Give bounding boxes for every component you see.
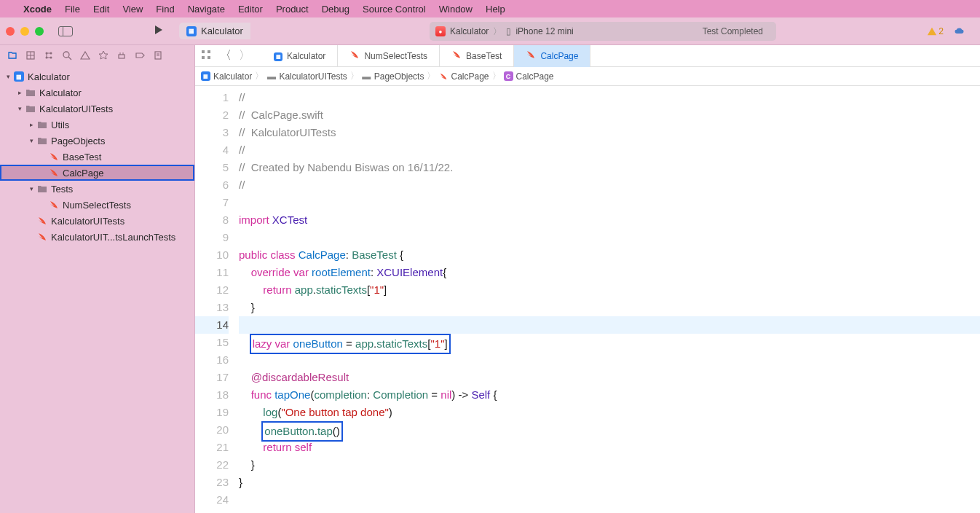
source-control-navigator-icon[interactable] — [25, 50, 36, 60]
minimize-window-button[interactable] — [20, 27, 29, 36]
warning-count: 2 — [938, 26, 944, 36]
menu-navigate[interactable]: Navigate — [188, 4, 225, 15]
tree-item-kalculatoruitests[interactable]: KalculatorUITests — [0, 213, 194, 229]
editor-area: 〈 〉 ▦KalculatorNumSelectTestsBaseTestCal… — [195, 45, 980, 513]
menu-debug[interactable]: Debug — [322, 4, 349, 15]
menu-source-control[interactable]: Source Control — [363, 4, 426, 15]
folder-icon — [25, 103, 36, 114]
tree-item-kalculatoruitests[interactable]: ▾KalculatorUITests — [0, 101, 194, 117]
tree-item-numselecttests[interactable]: NumSelectTests — [0, 197, 194, 213]
menu-file[interactable]: File — [65, 4, 80, 15]
tree-label: Tests — [51, 184, 73, 195]
project-title: ▦ Kalculator — [179, 23, 250, 39]
editor-tab-numselecttests[interactable]: NumSelectTests — [338, 45, 440, 67]
editor-tab-calcpage[interactable]: CalcPage — [514, 45, 590, 67]
folder-icon — [25, 87, 36, 98]
zoom-window-button[interactable] — [35, 27, 44, 36]
disclosure-icon[interactable]: ▾ — [16, 105, 23, 112]
source-editor[interactable]: 123456789101112131415161718192021222324 … — [195, 86, 980, 513]
project-name: Kalculator — [201, 26, 243, 36]
tree-label: BaseTest — [63, 152, 101, 162]
project-icon: ▦ — [274, 50, 282, 61]
menu-app[interactable]: Xcode — [23, 4, 52, 15]
code-content[interactable]: //// CalcPage.swift// KalculatorUITests/… — [239, 86, 980, 513]
tree-label: NumSelectTests — [63, 200, 131, 211]
swift-file-icon — [48, 151, 60, 162]
jumpbar-item[interactable]: CalcPage — [451, 71, 489, 82]
editor-tab-bar: 〈 〉 ▦KalculatorNumSelectTestsBaseTestCal… — [195, 45, 980, 67]
menu-help[interactable]: Help — [486, 4, 505, 15]
swift-file-icon — [36, 215, 48, 227]
menu-view[interactable]: View — [122, 4, 143, 15]
menu-edit[interactable]: Edit — [93, 4, 109, 15]
class-icon: C — [504, 71, 513, 81]
svg-rect-9 — [119, 55, 125, 58]
tree-item-kalculator[interactable]: ▸Kalculator — [0, 85, 194, 101]
tree-item-tests[interactable]: ▾Tests — [0, 181, 194, 197]
disclosure-icon[interactable]: ▾ — [4, 73, 12, 80]
tree-item-calcpage[interactable]: CalcPage — [0, 165, 194, 181]
folder-icon: ▬ — [266, 71, 276, 81]
line-gutter: 123456789101112131415161718192021222324 — [195, 86, 239, 513]
disclosure-icon[interactable]: ▾ — [28, 137, 35, 144]
project-navigator-icon[interactable] — [7, 50, 17, 60]
editor-tab-basetest[interactable]: BaseTest — [440, 45, 514, 67]
find-navigator-icon[interactable] — [62, 50, 72, 60]
tree-label: KalculatorUIT...tsLaunchTests — [51, 232, 175, 243]
tree-root[interactable]: ▾ ▦ Kalculator — [0, 68, 194, 85]
jumpbar-item[interactable]: Kalculator — [213, 71, 252, 82]
svg-rect-15 — [202, 50, 205, 53]
forward-button[interactable]: 〉 — [239, 48, 250, 63]
swift-file-icon — [451, 50, 462, 62]
swift-file-icon — [349, 50, 360, 62]
tree-label: CalcPage — [63, 168, 103, 179]
jumpbar-item[interactable]: PageObjects — [374, 71, 424, 82]
run-button[interactable] — [153, 24, 165, 39]
swift-file-icon — [526, 50, 536, 62]
disclosure-icon[interactable]: ▾ — [28, 185, 35, 192]
editor-tab-kalculator[interactable]: ▦Kalculator — [262, 45, 338, 67]
disclosure-icon[interactable]: ▸ — [16, 89, 23, 96]
jumpbar-item[interactable]: KalculatorUITests — [279, 71, 347, 82]
scheme-icon: ● — [435, 26, 446, 36]
tree-item-kalculatoruit---tslaunchtests[interactable]: KalculatorUIT...tsLaunchTests — [0, 229, 194, 245]
folder-icon — [36, 183, 48, 195]
disclosure-icon[interactable]: ▸ — [28, 121, 35, 128]
jump-bar[interactable]: ▦ Kalculator 〉 ▬ KalculatorUITests 〉 ▬ P… — [195, 67, 980, 86]
report-navigator-icon[interactable] — [153, 50, 163, 60]
warnings-indicator[interactable]: 2 — [927, 26, 944, 36]
menu-window[interactable]: Window — [439, 4, 473, 15]
cloud-status-icon[interactable] — [954, 27, 967, 36]
tree-item-utils[interactable]: ▸Utils — [0, 117, 194, 133]
close-window-button[interactable] — [6, 27, 15, 36]
tree-item-basetest[interactable]: BaseTest — [0, 149, 194, 165]
tree-label: KalculatorUITests — [39, 103, 113, 114]
related-items-icon[interactable] — [201, 50, 211, 63]
issue-navigator-icon[interactable] — [80, 50, 90, 60]
toggle-navigator-icon[interactable] — [58, 26, 73, 36]
project-icon: ▦ — [201, 71, 210, 81]
jumpbar-item[interactable]: CalcPage — [516, 71, 554, 82]
navigator-selector — [0, 45, 194, 66]
tree-label: PageObjects — [51, 136, 105, 146]
tree-item-pageobjects[interactable]: ▾PageObjects — [0, 133, 194, 149]
device-name: iPhone 12 mini — [515, 26, 573, 36]
menu-editor[interactable]: Editor — [238, 4, 263, 15]
test-navigator-icon[interactable] — [98, 50, 108, 60]
svg-line-8 — [68, 57, 71, 60]
breakpoint-navigator-icon[interactable] — [135, 50, 145, 60]
warning-icon — [927, 26, 937, 36]
debug-navigator-icon[interactable] — [116, 50, 127, 60]
project-icon: ▦ — [186, 26, 197, 36]
symbol-navigator-icon[interactable] — [44, 50, 54, 60]
tree-label: Utils — [51, 120, 69, 130]
back-button[interactable]: 〈 — [220, 48, 232, 63]
scheme-name: Kalculator — [450, 26, 489, 36]
activity-view[interactable]: ● Kalculator 〉 ▯ iPhone 12 mini Test Com… — [430, 22, 776, 41]
swift-file-icon — [36, 231, 48, 243]
menu-find[interactable]: Find — [156, 4, 174, 15]
navigator-sidebar: ▾ ▦ Kalculator ▸Kalculator▾KalculatorUIT… — [0, 45, 195, 513]
tab-label: CalcPage — [540, 51, 578, 61]
menu-product[interactable]: Product — [276, 4, 309, 15]
svg-point-7 — [63, 52, 69, 58]
